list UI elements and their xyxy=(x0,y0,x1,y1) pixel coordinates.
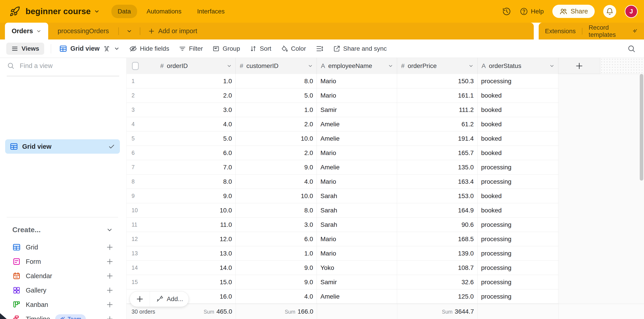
create-item-timeline[interactable]: TimelineTeam xyxy=(0,312,126,319)
cell-customerID[interactable]: 3.0 xyxy=(236,218,317,232)
nav-tab-data[interactable]: Data xyxy=(111,5,137,18)
cell-customerID[interactable]: 9.0 xyxy=(236,160,317,174)
create-item-gallery[interactable]: Gallery xyxy=(0,283,126,297)
nav-tab-automations[interactable]: Automations xyxy=(140,5,188,18)
cell-orderStatus[interactable]: processing xyxy=(478,218,558,232)
cell-orderStatus[interactable]: booked xyxy=(478,203,558,217)
cell-orderID[interactable]: 55.0 xyxy=(126,131,236,146)
cell-orderPrice[interactable]: 139.0 xyxy=(397,246,478,260)
search-icon[interactable] xyxy=(627,44,636,53)
find-view-search[interactable]: Find a view xyxy=(7,65,119,76)
table-row[interactable]: 99.010.0Sarah153.0booked xyxy=(126,189,559,203)
cell-orderStatus[interactable]: processing xyxy=(478,175,558,189)
cell-employeeName[interactable]: Samir xyxy=(317,103,397,117)
cell-orderID[interactable]: 77.0 xyxy=(126,160,236,174)
sidebar-view-grid-view[interactable]: Grid view xyxy=(5,139,120,154)
cell-orderStatus[interactable]: booked xyxy=(478,146,558,160)
cell-employeeName[interactable]: Amelie xyxy=(317,289,397,303)
base-title[interactable]: beginner course xyxy=(26,7,91,16)
cell-orderID[interactable]: 1313.0 xyxy=(126,246,236,260)
table-row[interactable]: 88.04.0Mario163.4processing xyxy=(126,175,559,189)
cell-customerID[interactable]: 9.0 xyxy=(236,275,317,289)
base-title-chevron-icon[interactable] xyxy=(94,9,100,14)
cell-orderID[interactable]: 1515.0 xyxy=(126,275,236,289)
cell-employeeName[interactable]: Amelie xyxy=(317,160,397,174)
cell-customerID[interactable]: 2.0 xyxy=(236,146,317,160)
table-row[interactable]: 1212.06.0Mario168.5processing xyxy=(126,232,559,246)
cell-employeeName[interactable]: Mario xyxy=(317,146,397,160)
cell-employeeName[interactable]: Amelie xyxy=(317,131,397,146)
cell-orderStatus[interactable]: booked xyxy=(478,117,558,131)
cell-customerID[interactable]: 9.0 xyxy=(236,261,317,275)
vertical-scrollbar[interactable] xyxy=(640,74,643,181)
table-row[interactable]: 55.010.0Amelie191.4booked xyxy=(126,131,559,146)
column-header-orderID[interactable]: #orderID xyxy=(126,58,236,74)
add-view-plus-icon[interactable] xyxy=(106,287,114,294)
cell-customerID[interactable]: 2.0 xyxy=(236,117,317,131)
row-height-button[interactable] xyxy=(313,45,326,53)
cell-customerID[interactable]: 8.0 xyxy=(236,203,317,217)
cell-orderStatus[interactable]: processing xyxy=(478,246,558,260)
cell-employeeName[interactable]: Sarah xyxy=(317,189,397,203)
tab-orders[interactable]: Orders xyxy=(5,23,48,40)
cell-orderPrice[interactable]: 168.5 xyxy=(397,232,478,246)
cell-employeeName[interactable]: Mario xyxy=(317,88,397,103)
table-row[interactable]: 66.02.0Mario165.7booked xyxy=(126,146,559,160)
select-all-checkbox[interactable] xyxy=(132,62,139,70)
share-and-sync-button[interactable]: Share and sync xyxy=(331,45,389,53)
cell-orderPrice[interactable]: 125.0 xyxy=(397,289,478,303)
column-chevron-icon[interactable] xyxy=(308,63,313,69)
cell-orderID[interactable]: 1212.0 xyxy=(126,232,236,246)
create-item-calendar[interactable]: 31Calendar xyxy=(0,269,126,283)
add-view-plus-icon[interactable] xyxy=(106,315,114,319)
rocket-logo-icon[interactable] xyxy=(10,6,20,17)
cell-employeeName[interactable]: Yoko xyxy=(317,261,397,275)
chevron-down-icon[interactable] xyxy=(106,227,113,233)
table-row[interactable]: 33.01.0Samir111.2booked xyxy=(126,103,559,117)
sort-button[interactable]: Sort xyxy=(247,45,274,53)
cell-customerID[interactable]: 6.0 xyxy=(236,232,317,246)
cell-orderPrice[interactable]: 135.0 xyxy=(397,160,478,174)
column-sum[interactable]: Sum3644.7 xyxy=(442,308,474,315)
table-row[interactable]: 1414.09.0Yoko108.7processing xyxy=(126,261,559,275)
cell-orderStatus[interactable]: processing xyxy=(478,275,558,289)
table-row[interactable]: 1111.03.0Sarah90.6processing xyxy=(126,218,559,232)
notifications-button[interactable] xyxy=(603,5,616,18)
tab-processing-orders[interactable]: processingOrders xyxy=(48,23,118,40)
user-avatar[interactable]: J xyxy=(625,5,638,18)
share-button[interactable]: Share xyxy=(552,5,595,18)
cell-orderPrice[interactable]: 32.6 xyxy=(397,275,478,289)
cell-orderStatus[interactable]: processing xyxy=(478,232,558,246)
cell-orderStatus[interactable]: processing xyxy=(478,160,558,174)
add-view-plus-icon[interactable] xyxy=(106,244,114,251)
cell-employeeName[interactable]: Mario xyxy=(317,175,397,189)
cell-orderStatus[interactable]: booked xyxy=(478,131,558,146)
group-button[interactable]: Group xyxy=(210,45,242,53)
cell-orderID[interactable]: 1111.0 xyxy=(126,218,236,232)
cell-customerID[interactable]: 1.0 xyxy=(236,103,317,117)
cell-orderPrice[interactable]: 108.7 xyxy=(397,261,478,275)
cell-orderPrice[interactable]: 165.7 xyxy=(397,146,478,160)
cell-orderID[interactable]: 1414.0 xyxy=(126,261,236,275)
cell-orderStatus[interactable]: processing xyxy=(478,261,558,275)
cell-orderID[interactable]: 22.0 xyxy=(126,88,236,103)
add-record-button[interactable] xyxy=(130,291,150,307)
cell-orderPrice[interactable]: 90.6 xyxy=(397,218,478,232)
cell-orderPrice[interactable]: 163.4 xyxy=(397,175,478,189)
table-row[interactable]: 1313.01.0Mario139.0processing xyxy=(126,246,559,261)
add-view-plus-icon[interactable] xyxy=(106,301,114,308)
cell-employeeName[interactable]: Mario xyxy=(317,246,397,260)
cell-orderID[interactable]: 44.0 xyxy=(126,117,236,131)
table-row[interactable]: 77.09.0Amelie135.0processing xyxy=(126,160,559,175)
cell-employeeName[interactable]: Samir xyxy=(317,275,397,289)
table-row[interactable]: 1515.09.0Samir32.6processing xyxy=(126,275,559,289)
filter-button[interactable]: Filter xyxy=(176,45,205,53)
cell-customerID[interactable]: 1.0 xyxy=(236,246,317,260)
column-chevron-icon[interactable] xyxy=(468,63,474,69)
cell-orderPrice[interactable]: 150.3 xyxy=(397,74,478,88)
column-sum[interactable]: Sum166.0 xyxy=(285,308,313,315)
history-icon[interactable] xyxy=(502,7,511,16)
add-with-ai-button[interactable]: Add... xyxy=(150,291,189,307)
cell-customerID[interactable]: 10.0 xyxy=(236,131,317,146)
extensions-button[interactable]: Extensions xyxy=(539,28,582,35)
